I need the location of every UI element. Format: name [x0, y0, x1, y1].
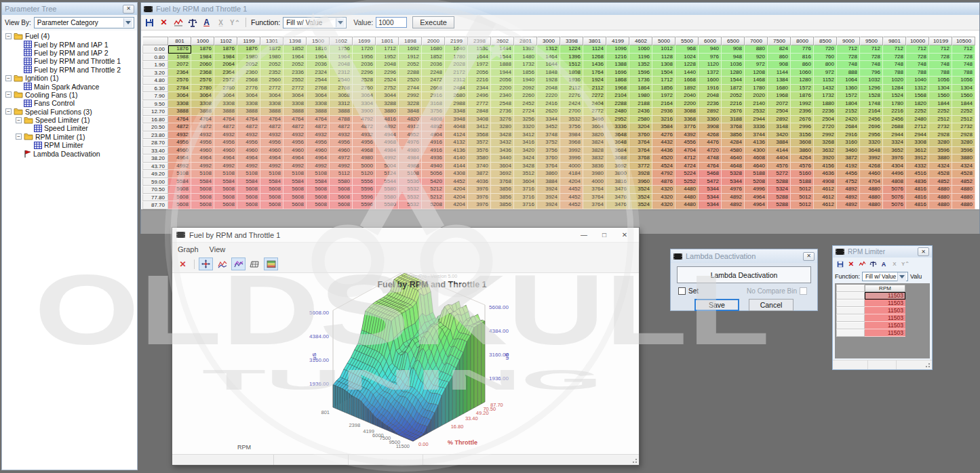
map-cell[interactable]: 2916 [837, 131, 860, 140]
map-cell[interactable]: 4956 [307, 139, 330, 147]
map-cell[interactable]: 2172 [445, 69, 468, 77]
map-cell[interactable]: 1432 [814, 85, 837, 93]
map-cell[interactable]: 908 [722, 45, 745, 54]
map-cell[interactable]: 4300 [745, 147, 768, 155]
map-cell[interactable]: 5420 [422, 178, 445, 186]
line-chart-icon[interactable] [215, 258, 229, 270]
map-cell[interactable]: 3064 [353, 92, 376, 100]
map-cell[interactable]: 2772 [260, 85, 283, 93]
map-cell[interactable]: 1228 [675, 61, 699, 69]
map-cell[interactable]: 3860 [537, 170, 560, 178]
rpm-column-header[interactable]: 2801 [514, 37, 537, 45]
map-cell[interactable]: 776 [791, 45, 814, 54]
map-cell[interactable]: 3756 [537, 147, 560, 155]
map-cell[interactable]: 2312 [445, 77, 468, 85]
map-cell[interactable]: 1388 [606, 61, 629, 69]
map-cell[interactable]: 2996 [791, 123, 814, 131]
map-cell[interactable]: 1872 [722, 85, 745, 93]
map-cell[interactable]: 4992 [260, 163, 283, 171]
rpm-column-header[interactable]: 8500 [814, 37, 837, 45]
map-cell[interactable]: 2620 [537, 108, 560, 116]
map-cell[interactable]: 4996 [745, 186, 768, 194]
rpm-column-header[interactable]: 2398 [468, 37, 491, 45]
map-cell[interactable]: 3524 [629, 186, 652, 194]
map-cell[interactable]: 2276 [560, 92, 583, 100]
map-cell[interactable]: 1820 [906, 100, 929, 108]
tree-item-cooling-fans-1[interactable]: −Cooling Fans (1) [2, 91, 137, 99]
map-cell[interactable]: 4852 [929, 178, 952, 186]
map-cell[interactable]: 4764 [191, 116, 214, 124]
map-cell[interactable]: 748 [883, 61, 906, 69]
tree-item-fuel-by-rpm-and-iap-1[interactable]: Fuel by RPM and IAP 1 [2, 40, 137, 48]
map-cell[interactable]: 2216 [883, 108, 906, 116]
map-cell[interactable]: 5076 [883, 186, 906, 194]
map-cell[interactable]: 2436 [629, 108, 652, 116]
map-cell[interactable]: 1024 [675, 54, 699, 62]
map-cell[interactable]: 1304 [929, 85, 952, 93]
map-cell[interactable]: 2944 [883, 131, 906, 140]
map-cell[interactable]: 3764 [629, 139, 652, 147]
tree-item-fuel-by-rpm-and-iap-2[interactable]: Fuel by RPM and IAP 2 [2, 49, 137, 57]
map-cell[interactable]: 4156 [814, 163, 837, 171]
map-cell[interactable]: 4704 [675, 147, 699, 155]
map-cell[interactable]: 3888 [191, 108, 214, 116]
map-cell[interactable]: 1864 [629, 85, 652, 93]
map-cell[interactable]: 4892 [722, 201, 745, 209]
rpm-column-header[interactable]: 1500 [307, 37, 330, 45]
map-cell[interactable]: 2200 [491, 85, 514, 93]
map-cell[interactable]: 968 [675, 45, 699, 54]
map-cell[interactable]: 4880 [929, 194, 952, 202]
map-cell[interactable]: 748 [837, 61, 860, 69]
map-cell[interactable]: 3764 [537, 163, 560, 171]
map-cell[interactable]: 3716 [514, 194, 537, 202]
label-format-icon[interactable]: A [879, 260, 888, 269]
map-cell[interactable]: 712 [860, 45, 883, 54]
map-cell[interactable]: 3308 [191, 100, 214, 108]
map-cell[interactable]: 4980 [353, 155, 376, 163]
map-cell[interactable]: 2056 [468, 69, 491, 77]
tree-item-speed-limiter-1[interactable]: −Speed Limiter (1) [2, 116, 137, 124]
map-cell[interactable]: 5608 [260, 201, 283, 209]
map-cell[interactable]: 5468 [699, 170, 722, 178]
close-icon[interactable] [803, 252, 815, 261]
map-cell[interactable]: 2364 [214, 69, 237, 77]
map-cell[interactable]: 1928 [537, 77, 560, 85]
map-cell[interactable]: 2188 [629, 100, 652, 108]
map-cell[interactable]: 2052 [399, 61, 422, 69]
map-cell[interactable]: 3360 [699, 116, 722, 124]
map-cell[interactable]: 1980 [629, 92, 652, 100]
map-cell[interactable]: 4956 [237, 139, 260, 147]
map-cell[interactable]: 4892 [837, 201, 860, 209]
map-cell[interactable]: 3188 [722, 116, 745, 124]
map-cell[interactable]: 4880 [860, 186, 883, 194]
map-cell[interactable]: 1872 [260, 45, 283, 54]
rpm-column-header[interactable]: 8000 [791, 37, 814, 45]
map-cell[interactable]: 2504 [814, 116, 837, 124]
limiter-row-header[interactable] [836, 292, 865, 300]
map-cell[interactable]: 1876 [237, 45, 260, 54]
map-cell[interactable]: 2040 [675, 92, 699, 100]
compare-scales-icon[interactable] [187, 17, 198, 28]
throttle-row-header[interactable]: 70.50 [142, 186, 168, 194]
map-cell[interactable]: 2360 [237, 69, 260, 77]
map-cell[interactable]: 1040 [906, 77, 929, 85]
map-cell[interactable]: 1780 [745, 85, 768, 93]
map-cell[interactable]: 3776 [675, 123, 699, 131]
map-cell[interactable]: 3228 [399, 100, 422, 108]
map-cell[interactable]: 3268 [814, 139, 837, 147]
map-cell[interactable]: 4324 [952, 163, 975, 171]
map-cell[interactable]: 4308 [445, 170, 468, 178]
save-icon[interactable] [144, 17, 155, 28]
map-cell[interactable]: 1732 [814, 92, 837, 100]
map-cell[interactable]: 3148 [768, 123, 791, 131]
tree-item-fuel-by-rpm-and-throttle-2[interactable]: Fuel by RPM and Throttle 2 [2, 66, 137, 74]
limiter-column-header[interactable]: RPM [865, 285, 905, 292]
map-cell[interactable]: 5108 [191, 170, 214, 178]
map-cell[interactable]: 800 [814, 61, 837, 69]
map-cell[interactable]: 4268 [860, 163, 883, 171]
map-cell[interactable]: 1020 [883, 77, 906, 85]
map-cell[interactable]: 2552 [283, 77, 307, 85]
map-cell[interactable]: 5344 [699, 186, 722, 194]
map-cell[interactable]: 4956 [168, 139, 191, 147]
throttle-row-header[interactable]: 38.20 [142, 155, 168, 163]
